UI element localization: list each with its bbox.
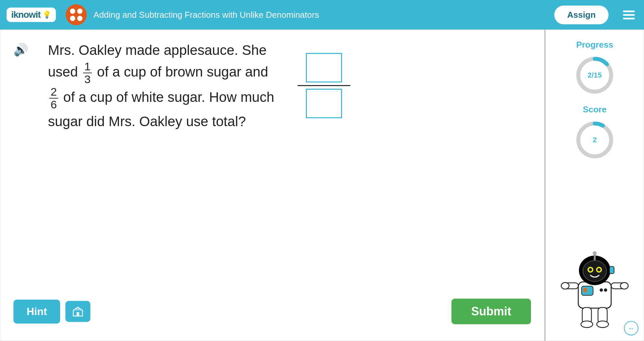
lesson-title: Adding and Subtracting Fractions with Un…	[93, 10, 548, 20]
lesson-icon-dots	[69, 7, 84, 22]
main-content: 🔊 Mrs. Oakley made applesauce. She used …	[0, 30, 644, 341]
hamburger-menu-button[interactable]	[620, 8, 637, 22]
hamburger-line-3	[623, 18, 635, 19]
score-label: Score	[583, 104, 607, 115]
text-part3: of a cup of white sugar. How much sugar …	[48, 89, 274, 129]
progress-label: Progress	[576, 40, 613, 50]
header: iknowit 💡 Adding and Subtracting Fractio…	[0, 0, 644, 30]
logo-bulb-icon: 💡	[42, 11, 51, 19]
dot1	[70, 9, 75, 14]
denominator-input[interactable]	[306, 89, 342, 118]
svg-rect-18	[594, 255, 596, 261]
svg-rect-1	[77, 312, 79, 316]
bottom-toolbar: Hint Submit	[13, 292, 531, 331]
fraction1: 1 3	[83, 60, 92, 86]
robot-character	[559, 247, 631, 334]
robot-svg	[559, 247, 631, 333]
question-content: 🔊 Mrs. Oakley made applesauce. She used …	[13, 40, 531, 292]
text-part2: of a cup of brown sugar and	[97, 64, 268, 80]
lesson-icon	[66, 4, 87, 25]
speaker-icon[interactable]: 🔊	[13, 43, 28, 57]
pencil-button[interactable]	[65, 301, 90, 322]
question-area: 🔊 Mrs. Oakley made applesauce. She used …	[0, 30, 544, 341]
dot2	[77, 9, 82, 14]
svg-point-16	[589, 268, 592, 271]
logo-area: iknowit 💡	[7, 8, 56, 22]
svg-point-10	[600, 288, 603, 292]
refresh-icon: ↔	[628, 325, 634, 332]
svg-marker-2	[73, 307, 82, 310]
score-donut: 2	[573, 119, 616, 161]
submit-button[interactable]: Submit	[451, 299, 531, 324]
dot3	[70, 16, 75, 21]
progress-donut: 2/15	[573, 54, 616, 97]
svg-rect-9	[584, 288, 587, 292]
svg-point-11	[604, 288, 607, 292]
hint-button[interactable]: Hint	[13, 300, 60, 324]
fraction1-denominator: 3	[83, 73, 92, 85]
svg-point-23	[561, 283, 569, 289]
hamburger-line-1	[623, 11, 635, 12]
dot4	[77, 16, 82, 21]
progress-value: 2/15	[588, 71, 602, 80]
score-value: 2	[593, 136, 597, 144]
fraction-divider-line	[298, 85, 350, 86]
svg-point-19	[593, 251, 597, 255]
answer-fraction-input	[298, 53, 350, 118]
fraction1-numerator: 1	[83, 60, 92, 73]
fraction2-numerator: 2	[49, 86, 58, 99]
right-panel: Progress 2/15 Score 2	[545, 30, 644, 341]
svg-rect-20	[610, 266, 614, 274]
fraction2-denominator: 6	[49, 99, 58, 111]
hamburger-line-2	[623, 14, 635, 16]
assign-button[interactable]: Assign	[554, 6, 609, 24]
logo-text: iknowit	[11, 10, 40, 20]
svg-point-17	[597, 268, 601, 271]
fraction2: 2 6	[49, 86, 58, 111]
refresh-button[interactable]: ↔	[624, 321, 638, 335]
svg-point-27	[581, 321, 593, 328]
question-text: Mrs. Oakley made applesauce. She used 1 …	[48, 40, 278, 132]
svg-rect-8	[582, 286, 593, 295]
building-icon	[72, 306, 84, 317]
svg-point-24	[620, 283, 628, 289]
svg-point-13	[583, 261, 607, 282]
numerator-input[interactable]	[306, 53, 342, 82]
svg-point-28	[597, 321, 609, 328]
